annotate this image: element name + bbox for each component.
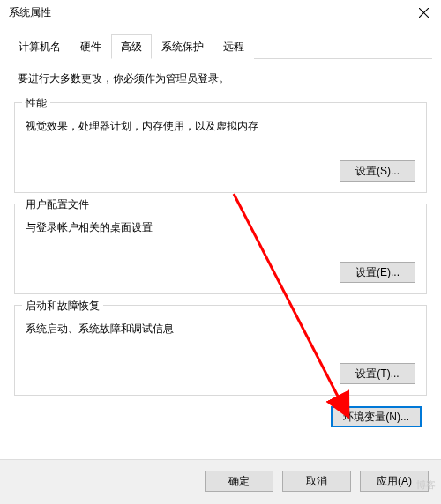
content-area: 计算机名 硬件 高级 系统保护 远程 要进行大多数更改，你必须作为管理员登录。 … — [0, 26, 441, 433]
env-button-row: 环境变量(N)... — [14, 406, 422, 427]
tab-computer-name[interactable]: 计算机名 — [9, 34, 71, 59]
tab-label: 计算机名 — [19, 41, 61, 53]
group-title: 用户配置文件 — [22, 197, 93, 212]
group-title: 性能 — [22, 96, 50, 111]
performance-settings-button[interactable]: 设置(S)... — [340, 160, 415, 182]
close-icon — [419, 8, 429, 18]
admin-notice: 要进行大多数更改，你必须作为管理员登录。 — [18, 71, 427, 86]
group-title: 启动和故障恢复 — [22, 299, 103, 314]
group-startup-recovery: 启动和故障恢复 系统启动、系统故障和调试信息 设置(T)... — [14, 305, 427, 396]
tab-label: 高级 — [121, 41, 142, 53]
tab-label: 硬件 — [80, 41, 101, 53]
startup-settings-button[interactable]: 设置(T)... — [340, 363, 415, 384]
ok-button[interactable]: 确定 — [205, 471, 273, 492]
tab-system-protection[interactable]: 系统保护 — [152, 34, 213, 59]
group-desc: 视觉效果，处理器计划，内存使用，以及虚拟内存 — [26, 119, 415, 134]
tab-label: 系统保护 — [161, 41, 204, 53]
titlebar: 系统属性 — [0, 0, 441, 26]
window-title: 系统属性 — [9, 5, 51, 20]
group-desc: 与登录帐户相关的桌面设置 — [26, 220, 415, 235]
close-button[interactable] — [406, 0, 441, 26]
cancel-button[interactable]: 取消 — [282, 471, 351, 492]
tab-strip: 计算机名 硬件 高级 系统保护 远程 — [9, 33, 432, 59]
dialog-footer: 确定 取消 应用(A) — [0, 459, 441, 504]
tab-label: 远程 — [223, 41, 244, 53]
tab-hardware[interactable]: 硬件 — [71, 34, 111, 59]
environment-variables-button[interactable]: 环境变量(N)... — [331, 406, 422, 427]
tab-advanced[interactable]: 高级 — [111, 34, 152, 59]
profiles-settings-button[interactable]: 设置(E)... — [340, 262, 415, 283]
button-row: 设置(T)... — [26, 363, 415, 384]
group-performance: 性能 视觉效果，处理器计划，内存使用，以及虚拟内存 设置(S)... — [14, 102, 427, 193]
group-desc: 系统启动、系统故障和调试信息 — [26, 322, 415, 337]
tab-remote[interactable]: 远程 — [213, 34, 254, 59]
button-row: 设置(E)... — [26, 262, 415, 283]
apply-button[interactable]: 应用(A) — [360, 471, 429, 492]
group-user-profiles: 用户配置文件 与登录帐户相关的桌面设置 设置(E)... — [14, 204, 427, 294]
button-row: 设置(S)... — [26, 160, 415, 182]
tab-body-advanced: 要进行大多数更改，你必须作为管理员登录。 性能 视觉效果，处理器计划，内存使用，… — [9, 59, 432, 433]
